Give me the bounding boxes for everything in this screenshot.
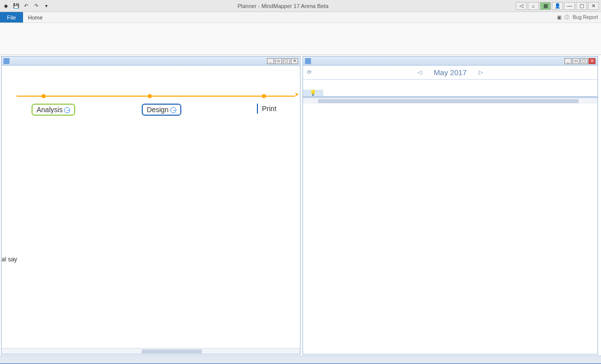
mindmap-pane: _ ▭ ▢ ✕ Analysis Design Print al say: [1, 56, 300, 354]
clock-icon: [170, 107, 176, 113]
person-icon[interactable]: 👤: [552, 2, 563, 10]
mindmap-pane-titlebar: _ ▭ ▢ ✕: [2, 57, 300, 66]
ribbon-tabs: File Home ▣ ⓘ Bug Report: [0, 12, 601, 23]
qat-undo-icon[interactable]: ↶: [22, 2, 30, 10]
refresh-icon[interactable]: ⟳: [307, 69, 312, 76]
minimize-button[interactable]: —: [564, 2, 575, 10]
app-icon: ◆: [2, 2, 10, 10]
window-controls: ◁ ⌂ ▦ 👤 — ▢ ✕: [516, 2, 599, 10]
allday-row: 💡: [303, 90, 597, 97]
pane-icon: [4, 58, 10, 64]
next-month-button[interactable]: ▷: [477, 69, 485, 76]
close-button[interactable]: ✕: [588, 2, 599, 10]
prev-month-button[interactable]: ◁: [416, 69, 424, 76]
file-tab[interactable]: File: [0, 12, 23, 23]
stray-text: al say: [2, 256, 17, 263]
node-print[interactable]: Print: [257, 104, 280, 114]
nav-back-icon[interactable]: ◁: [516, 2, 527, 10]
qat-redo-icon[interactable]: ↷: [32, 2, 40, 10]
pane-max-button[interactable]: ▢: [283, 58, 290, 64]
calendar-pane: _ ▭ ▢ ✕ ⟳ ◁ May 2017 ▷ 💡: [303, 56, 598, 354]
maximize-button[interactable]: ▢: [576, 2, 587, 10]
home-icon[interactable]: ⌂: [528, 2, 539, 10]
window-title: Planner - MindMapper 17 Arena Beta: [50, 3, 516, 9]
calendar-hscrollbar[interactable]: [303, 98, 597, 104]
pane-close-button[interactable]: ✕: [291, 58, 298, 64]
pane-max-button[interactable]: ▢: [580, 58, 587, 64]
calendar-header: ⟳ ◁ May 2017 ▷: [303, 66, 597, 80]
calendar-pane-titlebar: _ ▭ ▢ ✕: [303, 57, 597, 66]
ribbon: [0, 23, 601, 55]
pane-min-button[interactable]: _: [267, 58, 274, 64]
ribbon-tab-home[interactable]: Home: [23, 12, 48, 23]
pane-icon: [305, 58, 311, 64]
titlebar: ◆ 💾 ↶ ↷ ▾ Planner - MindMapper 17 Arena …: [0, 0, 601, 12]
pane-close-button[interactable]: ✕: [588, 58, 595, 64]
clock-icon: [64, 107, 70, 113]
timeline-line: [17, 96, 295, 97]
calendar-day-headers: [303, 80, 597, 90]
document-tabs: [0, 355, 601, 363]
pane-min-button[interactable]: _: [564, 58, 571, 64]
qat-more-icon[interactable]: ▾: [42, 2, 50, 10]
ribbon-right: ▣ ⓘ Bug Report: [557, 14, 601, 21]
mindmap-hscrollbar[interactable]: [2, 348, 300, 354]
node-analysis[interactable]: Analysis: [32, 104, 75, 116]
pane-restore-button[interactable]: ▭: [572, 58, 579, 64]
grid-icon[interactable]: ▦: [540, 2, 551, 10]
mindmap-canvas[interactable]: Analysis Design Print al say: [2, 66, 300, 348]
node-design[interactable]: Design: [142, 104, 181, 116]
main-area: _ ▭ ▢ ✕ Analysis Design Print al say: [0, 55, 601, 355]
quick-access-toolbar: ◆ 💾 ↶ ↷ ▾: [2, 2, 50, 10]
pane-restore-button[interactable]: ▭: [275, 58, 282, 64]
month-label: May 2017: [434, 68, 467, 77]
help-icon[interactable]: ⓘ: [564, 14, 569, 21]
bug-link[interactable]: Bug Report: [572, 15, 598, 20]
allday-gutter-icon: 💡: [303, 90, 323, 96]
qat-save-icon[interactable]: 💾: [12, 2, 20, 10]
ribbon-collapse-icon[interactable]: ▣: [557, 15, 561, 20]
